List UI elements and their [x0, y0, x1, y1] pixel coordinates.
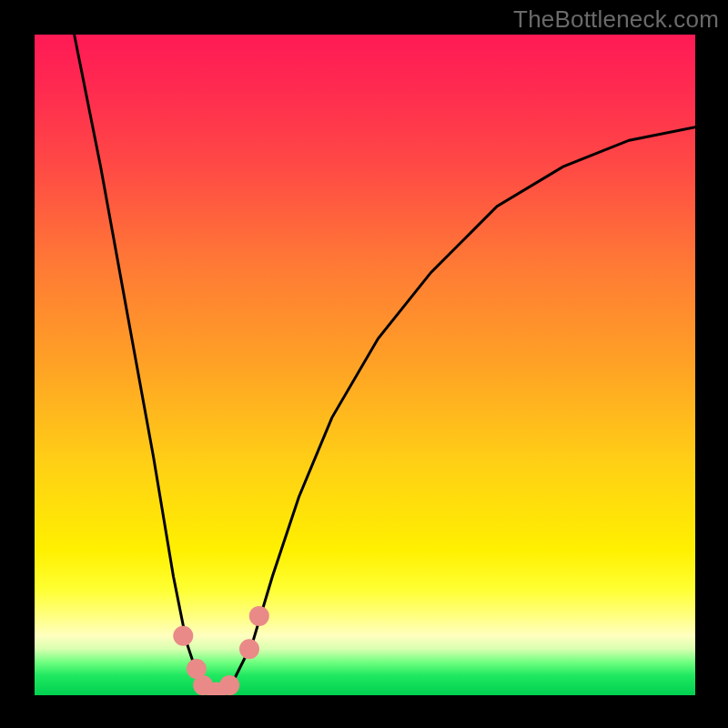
- marker-dot: [249, 606, 269, 626]
- marker-dot: [173, 626, 193, 646]
- marker-dot: [239, 639, 259, 659]
- highlight-markers: [173, 606, 268, 695]
- marker-dot: [219, 675, 239, 695]
- curve-layer: [35, 35, 695, 695]
- chart-frame: TheBottleneck.com: [0, 0, 728, 728]
- plot-area: [35, 35, 695, 695]
- bottleneck-curve: [75, 35, 695, 695]
- watermark-text: TheBottleneck.com: [513, 5, 719, 34]
